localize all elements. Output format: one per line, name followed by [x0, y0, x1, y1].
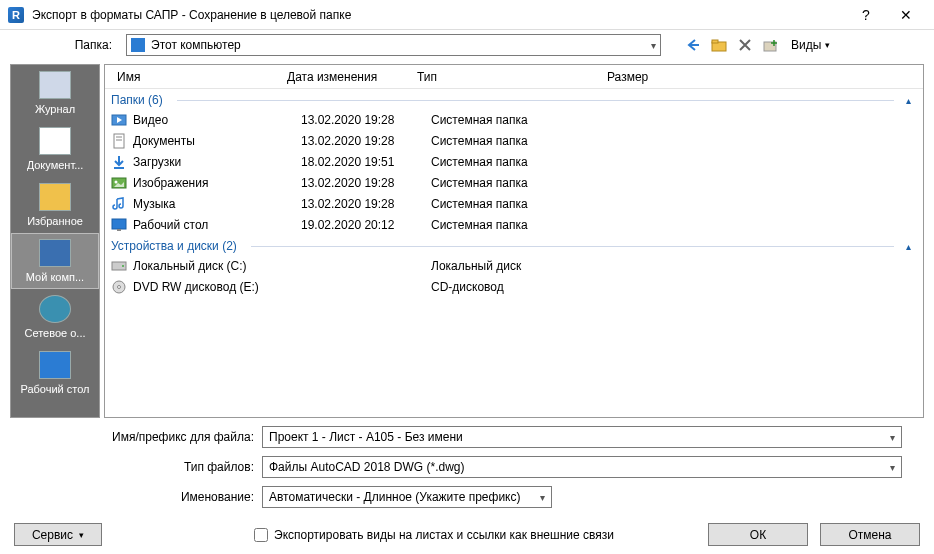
sidebar-item-documents[interactable]: Документ... [11, 121, 99, 177]
item-name: Документы [133, 134, 301, 148]
journal-icon [39, 71, 71, 99]
item-date: 13.02.2020 19:28 [301, 197, 431, 211]
download-icon [111, 154, 127, 170]
filetype-combobox[interactable]: Файлы AutoCAD 2018 DWG (*.dwg)▾ [262, 456, 902, 478]
svg-rect-5 [114, 134, 124, 148]
favorites-icon [39, 183, 71, 211]
folder-combobox[interactable]: Этот компьютер ▾ [126, 34, 661, 56]
list-item[interactable]: DVD RW дисковод (E:)CD-дисковод [105, 276, 923, 297]
list-item[interactable]: Локальный диск (C:)Локальный диск [105, 255, 923, 276]
naming-label: Именование: [12, 490, 262, 504]
col-type[interactable]: Тип [409, 70, 599, 84]
desktop-icon [111, 217, 127, 233]
group-folders[interactable]: Папки (6)▴ [105, 89, 923, 109]
item-type: Системная папка [431, 197, 621, 211]
item-name: DVD RW дисковод (E:) [133, 280, 301, 294]
item-date: 13.02.2020 19:28 [301, 176, 431, 190]
column-headers: Имя Дата изменения Тип Размер [105, 65, 923, 89]
video-icon [111, 112, 127, 128]
cancel-button[interactable]: Отмена [820, 523, 920, 546]
folder-value: Этот компьютер [151, 38, 241, 52]
up-folder-button[interactable] [709, 35, 729, 55]
item-type: Системная папка [431, 134, 621, 148]
item-name: Загрузки [133, 155, 301, 169]
filename-combobox[interactable]: Проект 1 - Лист - A105 - Без имени▾ [262, 426, 902, 448]
sidebar-item-mycomputer[interactable]: Мой комп... [11, 233, 99, 289]
delete-button[interactable] [735, 35, 755, 55]
computer-icon [131, 38, 145, 52]
item-name: Изображения [133, 176, 301, 190]
item-name: Рабочий стол [133, 218, 301, 232]
filetype-label: Тип файлов: [12, 460, 262, 474]
filename-label: Имя/префикс для файла: [12, 430, 262, 444]
help-button[interactable]: ? [846, 7, 886, 23]
views-label: Виды [791, 38, 821, 52]
item-type: CD-дисковод [431, 280, 621, 294]
documents-icon [39, 127, 71, 155]
sidebar-item-network[interactable]: Сетевое о... [11, 289, 99, 345]
service-button[interactable]: Сервис▾ [14, 523, 102, 546]
folder-label: Папка: [10, 38, 120, 52]
back-button[interactable] [683, 35, 703, 55]
sidebar-item-favorites[interactable]: Избранное [11, 177, 99, 233]
hdd-icon [111, 258, 127, 274]
image-icon [111, 175, 127, 191]
naming-combobox[interactable]: Автоматически - Длинное (Укажите префикс… [262, 486, 552, 508]
list-item[interactable]: Изображения13.02.2020 19:28Системная пап… [105, 172, 923, 193]
list-item[interactable]: Музыка13.02.2020 19:28Системная папка [105, 193, 923, 214]
item-name: Музыка [133, 197, 301, 211]
computer-icon [39, 239, 71, 267]
chevron-down-icon: ▾ [651, 40, 656, 51]
item-date: 18.02.2020 19:51 [301, 155, 431, 169]
doc-icon [111, 133, 127, 149]
item-type: Локальный диск [431, 259, 621, 273]
item-type: Системная папка [431, 176, 621, 190]
item-date: 19.02.2020 20:12 [301, 218, 431, 232]
toolbar: Папка: Этот компьютер ▾ Виды ▾ [0, 30, 934, 60]
item-date: 13.02.2020 19:28 [301, 113, 431, 127]
desktop-icon [39, 351, 71, 379]
views-button[interactable]: Виды ▾ [787, 38, 834, 52]
list-item[interactable]: Документы13.02.2020 19:28Системная папка [105, 130, 923, 151]
svg-rect-1 [712, 40, 718, 43]
list-item[interactable]: Загрузки18.02.2020 19:51Системная папка [105, 151, 923, 172]
svg-point-16 [118, 285, 121, 288]
item-type: Системная папка [431, 113, 621, 127]
music-icon [111, 196, 127, 212]
collapse-icon[interactable]: ▴ [900, 241, 917, 252]
dvd-icon [111, 279, 127, 295]
window-title: Экспорт в форматы САПР - Сохранение в це… [32, 8, 846, 22]
item-name: Локальный диск (C:) [133, 259, 301, 273]
item-type: Системная папка [431, 155, 621, 169]
svg-rect-11 [112, 219, 126, 229]
footer: Сервис▾ Экспортировать виды на листах и … [0, 523, 934, 546]
col-date[interactable]: Дата изменения [279, 70, 409, 84]
app-icon: R [8, 7, 24, 23]
export-links-checkbox[interactable]: Экспортировать виды на листах и ссылки к… [254, 528, 614, 542]
file-list: Имя Дата изменения Тип Размер Папки (6)▴… [104, 64, 924, 418]
export-links-checkbox-input[interactable] [254, 528, 268, 542]
svg-point-14 [122, 265, 124, 267]
close-button[interactable]: ✕ [886, 7, 926, 23]
item-date: 13.02.2020 19:28 [301, 134, 431, 148]
sidebar-item-desktop[interactable]: Рабочий стол [11, 345, 99, 401]
ok-button[interactable]: ОК [708, 523, 808, 546]
sidebar-item-journal[interactable]: Журнал [11, 65, 99, 121]
titlebar: R Экспорт в форматы САПР - Сохранение в … [0, 0, 934, 30]
group-devices[interactable]: Устройства и диски (2)▴ [105, 235, 923, 255]
new-folder-button[interactable] [761, 35, 781, 55]
places-sidebar: Журнал Документ... Избранное Мой комп...… [10, 64, 100, 418]
list-item[interactable]: Рабочий стол19.02.2020 20:12Системная па… [105, 214, 923, 235]
network-icon [39, 295, 71, 323]
chevron-down-icon: ▾ [890, 432, 895, 443]
item-name: Видео [133, 113, 301, 127]
list-item[interactable]: Видео13.02.2020 19:28Системная папка [105, 109, 923, 130]
item-type: Системная папка [431, 218, 621, 232]
col-name[interactable]: Имя [109, 70, 279, 84]
collapse-icon[interactable]: ▴ [900, 95, 917, 106]
col-size[interactable]: Размер [599, 70, 679, 84]
chevron-down-icon: ▾ [825, 40, 830, 50]
chevron-down-icon: ▾ [540, 492, 545, 503]
chevron-down-icon: ▾ [890, 462, 895, 473]
svg-point-10 [115, 180, 118, 183]
